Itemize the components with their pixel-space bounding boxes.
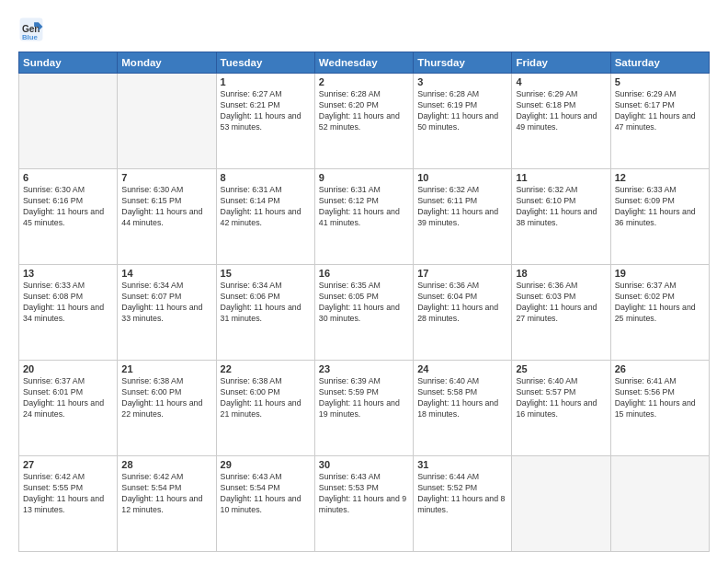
weekday-header: Thursday [414, 52, 512, 74]
calendar-cell: 23Sunrise: 6:39 AMSunset: 5:59 PMDayligh… [314, 361, 413, 456]
day-number: 1 [221, 76, 311, 87]
day-info: Sunrise: 6:39 AMSunset: 5:59 PMDaylight:… [319, 376, 409, 420]
calendar-cell: 26Sunrise: 6:41 AMSunset: 5:56 PMDayligh… [610, 361, 709, 456]
day-number: 31 [417, 459, 507, 470]
day-number: 11 [516, 172, 606, 183]
calendar-week: 20Sunrise: 6:37 AMSunset: 6:01 PMDayligh… [19, 361, 710, 456]
calendar-cell: 16Sunrise: 6:35 AMSunset: 6:05 PMDayligh… [314, 265, 413, 361]
calendar-cell: 31Sunrise: 6:44 AMSunset: 5:52 PMDayligh… [414, 456, 512, 552]
weekday-header: Sunday [19, 52, 118, 74]
calendar-cell [512, 456, 610, 552]
day-info: Sunrise: 6:28 AMSunset: 6:19 PMDaylight:… [417, 89, 507, 133]
day-number: 29 [221, 459, 311, 470]
day-info: Sunrise: 6:32 AMSunset: 6:11 PMDaylight:… [417, 185, 507, 229]
weekday-header: Friday [512, 52, 610, 74]
calendar-cell: 20Sunrise: 6:37 AMSunset: 6:01 PMDayligh… [19, 361, 118, 456]
day-info: Sunrise: 6:34 AMSunset: 6:06 PMDaylight:… [221, 281, 311, 325]
day-info: Sunrise: 6:38 AMSunset: 6:00 PMDaylight:… [121, 376, 211, 420]
svg-text:Blue: Blue [22, 33, 39, 41]
weekday-header: Tuesday [216, 52, 314, 74]
calendar-cell: 28Sunrise: 6:42 AMSunset: 5:54 PMDayligh… [118, 456, 216, 552]
day-number: 6 [23, 172, 113, 183]
calendar-week: 27Sunrise: 6:42 AMSunset: 5:55 PMDayligh… [19, 456, 710, 552]
day-number: 28 [121, 459, 211, 470]
day-info: Sunrise: 6:44 AMSunset: 5:52 PMDaylight:… [417, 472, 507, 516]
day-number: 2 [319, 76, 409, 87]
weekday-row: SundayMondayTuesdayWednesdayThursdayFrid… [19, 52, 710, 74]
day-info: Sunrise: 6:36 AMSunset: 6:04 PMDaylight:… [417, 281, 507, 325]
day-number: 16 [319, 268, 409, 279]
day-number: 9 [319, 172, 409, 183]
day-number: 23 [319, 363, 409, 374]
calendar-cell: 2Sunrise: 6:28 AMSunset: 6:20 PMDaylight… [314, 74, 413, 169]
calendar-cell: 5Sunrise: 6:29 AMSunset: 6:17 PMDaylight… [610, 74, 709, 169]
calendar-cell: 8Sunrise: 6:31 AMSunset: 6:14 PMDaylight… [216, 169, 314, 265]
day-number: 24 [417, 363, 507, 374]
calendar-cell: 19Sunrise: 6:37 AMSunset: 6:02 PMDayligh… [610, 265, 709, 361]
day-number: 22 [221, 363, 311, 374]
logo: Gen Blue [18, 17, 48, 42]
day-number: 12 [615, 172, 705, 183]
day-info: Sunrise: 6:40 AMSunset: 5:58 PMDaylight:… [417, 376, 507, 420]
day-number: 27 [23, 459, 113, 470]
calendar-cell: 15Sunrise: 6:34 AMSunset: 6:06 PMDayligh… [216, 265, 314, 361]
day-number: 13 [23, 268, 113, 279]
day-number: 4 [516, 76, 606, 87]
day-number: 10 [417, 172, 507, 183]
day-number: 25 [516, 363, 606, 374]
day-info: Sunrise: 6:30 AMSunset: 6:15 PMDaylight:… [121, 185, 211, 229]
day-number: 21 [121, 363, 211, 374]
calendar-cell: 14Sunrise: 6:34 AMSunset: 6:07 PMDayligh… [118, 265, 216, 361]
day-info: Sunrise: 6:34 AMSunset: 6:07 PMDaylight:… [121, 281, 211, 325]
calendar-header: SundayMondayTuesdayWednesdayThursdayFrid… [19, 52, 710, 74]
day-info: Sunrise: 6:38 AMSunset: 6:00 PMDaylight:… [221, 376, 311, 420]
weekday-header: Saturday [610, 52, 709, 74]
weekday-header: Wednesday [314, 52, 413, 74]
day-info: Sunrise: 6:41 AMSunset: 5:56 PMDaylight:… [615, 376, 705, 420]
calendar-body: 1Sunrise: 6:27 AMSunset: 6:21 PMDaylight… [19, 74, 710, 552]
day-info: Sunrise: 6:37 AMSunset: 6:02 PMDaylight:… [615, 281, 705, 325]
day-info: Sunrise: 6:31 AMSunset: 6:14 PMDaylight:… [221, 185, 311, 229]
calendar-cell: 25Sunrise: 6:40 AMSunset: 5:57 PMDayligh… [512, 361, 610, 456]
day-number: 15 [221, 268, 311, 279]
calendar-cell [610, 456, 709, 552]
calendar-cell: 22Sunrise: 6:38 AMSunset: 6:00 PMDayligh… [216, 361, 314, 456]
day-number: 26 [615, 363, 705, 374]
day-info: Sunrise: 6:35 AMSunset: 6:05 PMDaylight:… [319, 281, 409, 325]
day-info: Sunrise: 6:33 AMSunset: 6:08 PMDaylight:… [23, 281, 113, 325]
weekday-header: Monday [118, 52, 216, 74]
calendar-cell: 21Sunrise: 6:38 AMSunset: 6:00 PMDayligh… [118, 361, 216, 456]
day-number: 17 [417, 268, 507, 279]
calendar-cell [19, 74, 118, 169]
calendar-cell: 30Sunrise: 6:43 AMSunset: 5:53 PMDayligh… [314, 456, 413, 552]
day-info: Sunrise: 6:42 AMSunset: 5:54 PMDaylight:… [121, 472, 211, 516]
calendar-cell: 29Sunrise: 6:43 AMSunset: 5:54 PMDayligh… [216, 456, 314, 552]
calendar-cell: 10Sunrise: 6:32 AMSunset: 6:11 PMDayligh… [414, 169, 512, 265]
day-info: Sunrise: 6:30 AMSunset: 6:16 PMDaylight:… [23, 185, 113, 229]
day-info: Sunrise: 6:27 AMSunset: 6:21 PMDaylight:… [221, 89, 311, 133]
day-number: 7 [121, 172, 211, 183]
calendar-cell: 9Sunrise: 6:31 AMSunset: 6:12 PMDaylight… [314, 169, 413, 265]
calendar-cell: 11Sunrise: 6:32 AMSunset: 6:10 PMDayligh… [512, 169, 610, 265]
logo-icon: Gen Blue [18, 17, 44, 42]
day-number: 30 [319, 459, 409, 470]
calendar-cell: 24Sunrise: 6:40 AMSunset: 5:58 PMDayligh… [414, 361, 512, 456]
day-info: Sunrise: 6:32 AMSunset: 6:10 PMDaylight:… [516, 185, 606, 229]
calendar-cell [118, 74, 216, 169]
calendar-cell: 7Sunrise: 6:30 AMSunset: 6:15 PMDaylight… [118, 169, 216, 265]
day-info: Sunrise: 6:33 AMSunset: 6:09 PMDaylight:… [615, 185, 705, 229]
calendar-cell: 18Sunrise: 6:36 AMSunset: 6:03 PMDayligh… [512, 265, 610, 361]
day-info: Sunrise: 6:29 AMSunset: 6:17 PMDaylight:… [615, 89, 705, 133]
calendar-cell: 4Sunrise: 6:29 AMSunset: 6:18 PMDaylight… [512, 74, 610, 169]
calendar-cell: 1Sunrise: 6:27 AMSunset: 6:21 PMDaylight… [216, 74, 314, 169]
calendar-cell: 27Sunrise: 6:42 AMSunset: 5:55 PMDayligh… [19, 456, 118, 552]
day-number: 8 [221, 172, 311, 183]
day-info: Sunrise: 6:40 AMSunset: 5:57 PMDaylight:… [516, 376, 606, 420]
calendar-week: 1Sunrise: 6:27 AMSunset: 6:21 PMDaylight… [19, 74, 710, 169]
day-number: 5 [615, 76, 705, 87]
day-number: 18 [516, 268, 606, 279]
day-number: 20 [23, 363, 113, 374]
day-info: Sunrise: 6:37 AMSunset: 6:01 PMDaylight:… [23, 376, 113, 420]
page: Gen Blue SundayMondayTuesdayWednesdayThu… [0, 0, 728, 563]
calendar-cell: 13Sunrise: 6:33 AMSunset: 6:08 PMDayligh… [19, 265, 118, 361]
